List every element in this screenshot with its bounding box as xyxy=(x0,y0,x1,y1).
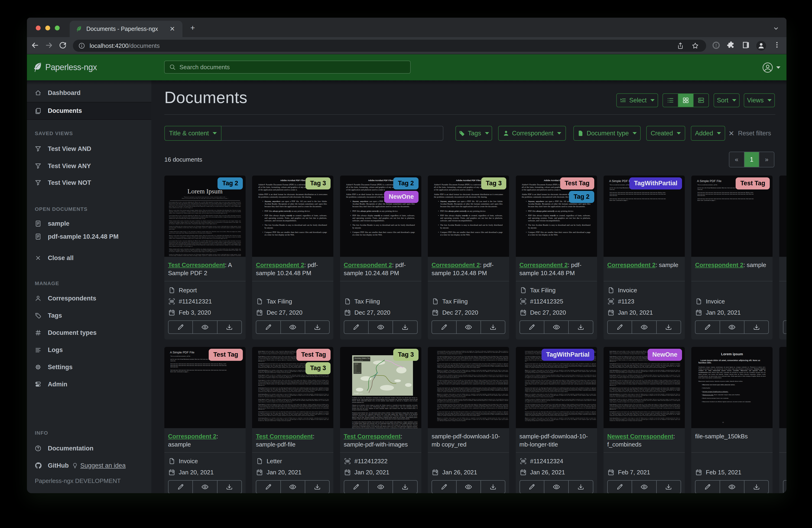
svg-text:Day 5: Day 5 xyxy=(354,371,357,372)
svg-text:Six days in BWCA: Six days in BWCA xyxy=(354,360,363,361)
svg-text:Legend: Legend xyxy=(354,363,358,365)
svg-text:Day 2: Day 2 xyxy=(354,367,357,368)
svg-text:Day 1: Day 1 xyxy=(354,365,357,366)
svg-text:Day 3: Day 3 xyxy=(354,368,357,369)
svg-text:Day 4: Day 4 xyxy=(354,369,357,370)
svg-text:Earth: Earth xyxy=(360,393,363,394)
svg-text:Base Point SH: Base Point SH xyxy=(354,372,360,373)
svg-text:Google: Google xyxy=(354,393,359,394)
svg-text:Boundary Waters Trip: Boundary Waters Trip xyxy=(354,357,370,359)
